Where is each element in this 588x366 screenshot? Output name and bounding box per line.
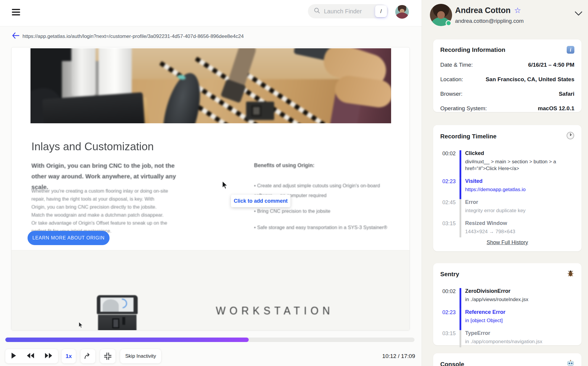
hero-photo (30, 48, 391, 123)
sentry-card: Sentry 00:02 (433, 263, 581, 345)
playback-timecode: 10:12 / 17:09 (361, 353, 415, 359)
add-comment-tooltip[interactable]: Click to add comment (231, 195, 290, 207)
info-row: Browser: Safari (440, 91, 574, 97)
search-placeholder: Launch Finder (324, 8, 375, 15)
event-marker-bar (460, 288, 461, 309)
user-avatar[interactable] (395, 5, 409, 19)
info-row: Date & Time: 6/16/21 – 4:50 PM (440, 62, 574, 68)
top-bar: Launch Finder / (0, 0, 422, 26)
skip-inactivity-button[interactable]: Skip Inactivity (120, 349, 161, 363)
console-card: Console (433, 353, 581, 366)
robot-icon (567, 360, 574, 366)
page-heading: Inlays and Customization (31, 140, 154, 153)
timeline-event[interactable]: 00:02 Clicked div#nuxt__ > main > sectio… (440, 150, 574, 178)
main-panel: Launch Finder / https://app.getatlas.io/… (0, 0, 422, 366)
play-button[interactable] (11, 352, 17, 360)
timeline-event[interactable]: 02:23 Visited https://demoapp.getatlas.i… (440, 178, 574, 199)
sentry-event[interactable]: 02:23 Reference Error in [object Object] (440, 309, 574, 330)
show-full-history-link[interactable]: Show Full History (440, 239, 574, 246)
back-arrow-icon[interactable] (12, 32, 20, 40)
collapse-view-button[interactable] (100, 349, 115, 363)
share-button[interactable] (81, 349, 95, 363)
info-row: Location: San Francisco, CA, United Stat… (440, 76, 574, 83)
profile-name: Andrea Cotton (455, 6, 510, 15)
origin-device-image (95, 295, 139, 330)
recorded-cursor-icon (222, 181, 228, 191)
card-title: Recording Information (440, 46, 505, 53)
event-marker-bar (460, 150, 461, 178)
event-marker-bar (460, 309, 461, 330)
recording-information-card: Recording Information Date & Time: 6/16/… (433, 39, 581, 112)
card-title: Console (440, 361, 464, 366)
slash-shortcut-key: / (375, 5, 387, 17)
rewind-button[interactable] (26, 353, 35, 360)
info-icon (567, 46, 574, 54)
card-title: Recording Timeline (440, 133, 497, 140)
learn-more-button[interactable]: LEARN MORE ABOUT ORIGIN (28, 231, 110, 245)
benefit-item: Bring CNC precision to the jobsite (254, 208, 397, 214)
sentry-event[interactable]: 03:15 TypeError in ./app/components/navi… (440, 330, 574, 347)
playback-speed-button[interactable]: 1x (62, 349, 76, 363)
event-marker-bar (460, 178, 461, 199)
sentry-event[interactable]: 00:02 ZeroDivisionError in ./app/views/r… (440, 288, 574, 309)
favorite-star-icon[interactable]: ☆ (514, 6, 521, 15)
card-title: Sentry (440, 271, 459, 278)
workstation-logo: WORKSTATION (216, 304, 334, 317)
playback-progress-bar[interactable] (5, 338, 415, 342)
benefits-title: Benefits of using Origin: (254, 162, 314, 169)
bug-icon (567, 270, 574, 279)
info-row: Operating System: macOS 12.0.1 (440, 105, 574, 112)
fast-forward-button[interactable] (44, 353, 53, 360)
timeline-event[interactable]: 03:15 Resized Window 1443×924 → 798×643 (440, 220, 574, 237)
recording-timeline-card: Recording Timeline 00:02 Clicked div#nux… (433, 125, 581, 251)
recorded-page-frame: Inlays and Customization With Origin, yo… (11, 47, 410, 330)
transport-controls (5, 349, 58, 363)
clock-icon (566, 132, 574, 141)
page-lower-section (12, 250, 409, 330)
recorded-page-url: https://app.getatlas.io/auth/login?next=… (23, 33, 244, 39)
online-status-dot (446, 20, 452, 26)
recorded-cursor-trail-icon (78, 322, 83, 330)
playback-progress-fill (5, 338, 249, 342)
event-marker-bar (460, 199, 461, 220)
search-input[interactable]: Launch Finder / (308, 4, 388, 18)
timeline-event[interactable]: 02:45 Error integrity error duplicate ke… (440, 199, 574, 220)
event-marker-bar (460, 330, 461, 347)
session-replay-app: Launch Finder / https://app.getatlas.io/… (0, 0, 588, 366)
search-icon (314, 7, 320, 15)
details-sidebar: Andrea Cotton ☆ andrea.cotton@rippling.c… (422, 0, 588, 366)
menu-icon[interactable] (12, 9, 20, 17)
benefit-item: Safe storage and easy transportation in … (254, 225, 397, 230)
profile-email: andrea.cotton@rippling.com (455, 18, 524, 24)
page-body-text: Whether you're creating a custom floorin… (31, 187, 168, 235)
event-marker-bar (460, 220, 461, 237)
chevron-down-icon[interactable] (575, 11, 582, 17)
